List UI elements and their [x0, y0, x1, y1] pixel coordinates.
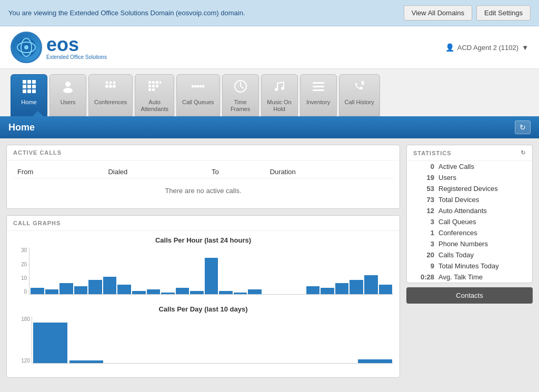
col-duration: Duration [266, 166, 393, 178]
nav-item-call-queues[interactable]: Call Queues [176, 74, 220, 116]
nav-bar: HomeUsersConferencesAutoAttendantsCall Q… [0, 69, 539, 116]
stats-label-4: Auto Attendants [438, 207, 487, 215]
col-from: From [13, 166, 104, 178]
user-menu[interactable]: 👤 ACD Agent 2 (1102) ▼ [445, 43, 528, 52]
domain-message: You are viewing the Extended Office Solu… [8, 9, 245, 17]
svg-rect-10 [23, 89, 26, 93]
stats-label-7: Phone Numbers [438, 240, 488, 248]
hourly-bar-9 [161, 293, 175, 294]
hourly-chart: 30 20 10 0 [13, 247, 393, 295]
stats-label-5: Call Queues [438, 218, 476, 226]
time-frames-nav-label: TimeFrames [231, 99, 250, 113]
stats-row-2: 53Registered Devices [407, 183, 532, 194]
stats-label-2: Registered Devices [438, 185, 498, 193]
conferences-nav-label: Conferences [94, 99, 127, 106]
top-bar-buttons: View All Domains Edit Settings [404, 5, 531, 21]
hourly-bar-1 [45, 289, 59, 294]
nav-item-call-history[interactable]: Call History [339, 74, 380, 116]
edit-settings-button[interactable]: Edit Settings [476, 5, 531, 21]
svg-rect-7 [23, 85, 26, 88]
stats-row-1: 19Users [407, 172, 532, 183]
svg-point-19 [106, 82, 108, 84]
svg-rect-22 [152, 81, 155, 84]
page-title: Home [8, 122, 35, 133]
hourly-chart-title: Calls Per Hour (last 24 hours) [13, 236, 393, 244]
stats-label-8: Calls Today [438, 251, 474, 259]
stats-label-6: Conferences [438, 229, 477, 237]
contacts-button[interactable]: Contacts [406, 287, 533, 304]
nav-item-music-on-hold[interactable]: Music OnHold [261, 74, 298, 116]
logo-area: eos Extended Office Solutions [11, 32, 107, 63]
svg-rect-6 [32, 80, 36, 84]
hourly-bar-0 [31, 288, 44, 294]
stats-refresh-icon[interactable]: ↻ [521, 149, 526, 156]
view-all-domains-button[interactable]: View All Domains [404, 5, 472, 21]
svg-point-39 [281, 87, 284, 90]
music-on-hold-nav-icon [272, 79, 287, 97]
stats-value-1: 19 [413, 174, 434, 182]
stats-row-10: 0:28Avg. Talk Time [407, 272, 532, 283]
hourly-bar-20 [321, 288, 334, 294]
daily-bars [32, 316, 393, 364]
stats-row-4: 12Auto Attendants [407, 205, 532, 216]
users-nav-icon [61, 79, 75, 97]
svg-point-16 [109, 85, 112, 88]
no-calls-message: There are no active calls. [13, 178, 393, 204]
stats-row-3: 73Total Devices [407, 194, 532, 205]
svg-rect-26 [152, 85, 155, 87]
hourly-bar-23 [364, 275, 378, 294]
hourly-bar-10 [176, 288, 189, 294]
statistics-rows: 0Active Calls19Users53Registered Devices… [407, 161, 532, 283]
daily-bar-1 [69, 360, 104, 363]
stats-value-3: 73 [413, 196, 434, 204]
active-calls-header: ACTIVE CALLS [7, 145, 400, 160]
stats-value-10: 0:28 [413, 273, 434, 281]
hourly-bar-8 [147, 289, 161, 294]
nav-item-time-frames[interactable]: TimeFrames [222, 74, 259, 116]
inventory-nav-icon [311, 79, 326, 97]
home-nav-icon [22, 79, 36, 97]
nav-item-conferences[interactable]: Conferences [88, 74, 133, 116]
svg-rect-25 [148, 85, 151, 87]
refresh-button[interactable]: ↻ [515, 120, 531, 134]
nav-item-inventory[interactable]: Inventory [300, 74, 337, 116]
svg-rect-8 [27, 85, 31, 88]
stats-row-7: 3Phone Numbers [407, 238, 532, 249]
hourly-bar-24 [379, 285, 393, 294]
svg-point-38 [275, 88, 278, 91]
svg-rect-11 [27, 89, 31, 93]
nav-item-auto-attendants[interactable]: AutoAttendants [135, 74, 174, 116]
hourly-bar-6 [117, 285, 131, 294]
hourly-bars [29, 247, 393, 295]
svg-rect-21 [148, 81, 151, 84]
col-dialed: Dialed [104, 166, 207, 178]
hourly-bar-14 [234, 293, 247, 294]
nav-item-users[interactable]: Users [49, 74, 86, 116]
calls-table: From Dialed To Duration There are no act… [13, 166, 393, 203]
svg-rect-29 [152, 88, 155, 91]
stats-value-7: 3 [413, 240, 434, 248]
svg-rect-23 [156, 81, 158, 84]
svg-point-32 [197, 85, 199, 88]
svg-rect-9 [32, 85, 36, 88]
stats-label-3: Total Devices [438, 196, 479, 204]
conferences-nav-icon [103, 79, 118, 97]
hourly-bar-21 [335, 283, 349, 294]
stats-value-8: 20 [413, 251, 434, 259]
stats-label-10: Avg. Talk Time [438, 273, 483, 281]
hourly-bar-12 [205, 258, 218, 294]
svg-rect-27 [156, 85, 158, 87]
stats-row-8: 20Calls Today [407, 249, 532, 260]
svg-point-13 [65, 82, 71, 87]
call-queues-nav-icon [191, 79, 205, 97]
svg-rect-24 [159, 81, 161, 84]
user-label: ACD Agent 2 (1102) [457, 44, 518, 52]
y-label-0: 0 [13, 289, 27, 295]
auto-attendants-nav-icon [147, 79, 162, 97]
stats-value-5: 3 [413, 218, 434, 226]
logo-subtitle: Extended Office Solutions [46, 54, 107, 60]
svg-point-3 [24, 45, 28, 49]
nav-item-home[interactable]: Home [11, 74, 47, 116]
stats-value-6: 1 [413, 229, 434, 237]
hourly-bar-7 [132, 291, 146, 294]
